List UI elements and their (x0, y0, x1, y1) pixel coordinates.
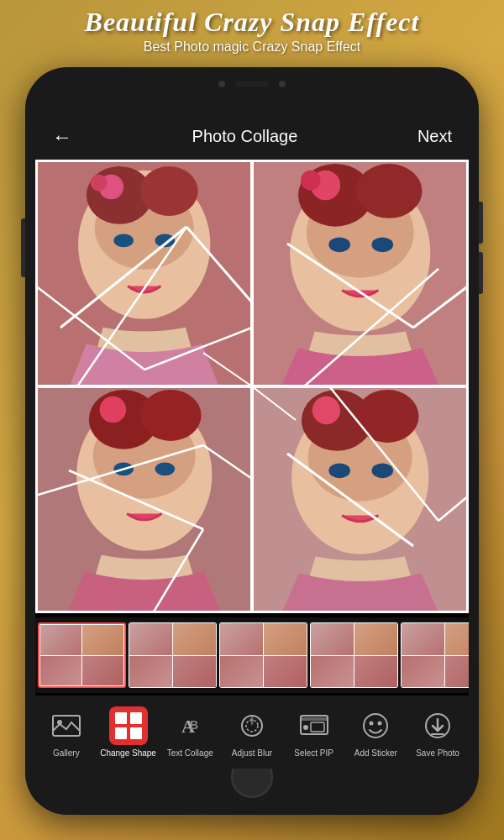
svg-rect-57 (115, 727, 127, 739)
thumbnail-3[interactable] (219, 622, 307, 688)
text-collage-icon-wrap: A B (171, 706, 209, 745)
svg-point-25 (155, 462, 176, 475)
earpiece-speaker (235, 81, 269, 87)
sub-title: Best Photo magic Crazy Snap Effect (0, 39, 504, 55)
svg-point-22 (140, 389, 202, 440)
volume-up-button (479, 202, 483, 244)
pip-icon-wrap (295, 706, 333, 745)
collage-cell-1[interactable] (38, 162, 251, 386)
pip-icon (299, 711, 329, 741)
blur-icon (237, 711, 267, 741)
volume-down-button (479, 252, 483, 294)
front-camera (218, 81, 225, 87)
thumbnail-5[interactable] (401, 622, 469, 688)
bottom-toolbar: Gallery Change Shape A (35, 696, 469, 769)
svg-point-31 (312, 396, 339, 423)
svg-point-54 (57, 720, 62, 725)
phone-screen: ← Photo Collage Next (35, 113, 469, 769)
svg-rect-65 (311, 722, 324, 732)
svg-point-30 (355, 389, 418, 442)
svg-point-23 (100, 396, 126, 422)
svg-point-4 (140, 166, 198, 216)
svg-point-24 (113, 462, 134, 475)
thumbnail-2[interactable] (129, 622, 217, 688)
add-sticker-label: Add Sticker (354, 748, 397, 758)
phone-top-sensors (185, 76, 319, 92)
sticker-icon (360, 711, 391, 741)
gallery-icon (51, 711, 81, 741)
adjust-blur-icon-wrap (233, 706, 271, 745)
text-collage-label: Text Collage (167, 748, 213, 758)
toolbar-save-photo[interactable]: Save Photo (407, 706, 468, 758)
svg-point-16 (328, 237, 350, 252)
svg-point-32 (328, 463, 350, 478)
svg-point-8 (155, 234, 176, 248)
sensor (279, 81, 286, 87)
collage-cell-3[interactable] (38, 388, 251, 612)
svg-point-17 (371, 237, 393, 252)
collage-cell-4[interactable] (254, 388, 467, 612)
toolbar-add-sticker[interactable]: Add Sticker (345, 706, 406, 758)
svg-rect-56 (130, 712, 142, 724)
svg-rect-58 (130, 727, 142, 739)
phone-frame: ← Photo Collage Next (25, 67, 479, 815)
text-collage-icon: A B (175, 711, 205, 741)
toolbar-text-collage[interactable]: A B Text Collage (160, 706, 220, 758)
toolbar-gallery[interactable]: Gallery (36, 706, 97, 758)
svg-point-13 (355, 164, 422, 218)
toolbar-adjust-blur[interactable]: Adjust Blur (222, 706, 282, 758)
gallery-icon-wrap (47, 706, 86, 745)
save-photo-icon-wrap (418, 706, 457, 745)
svg-point-66 (303, 725, 308, 730)
svg-point-6 (91, 175, 108, 192)
collage-area (35, 160, 469, 613)
toolbar-change-shape[interactable]: Change Shape (98, 706, 159, 758)
grid-icon (113, 711, 144, 741)
sticker-icon-wrap (356, 706, 395, 745)
back-button[interactable]: ← (52, 125, 72, 149)
svg-rect-55 (115, 712, 127, 724)
change-shape-icon-wrap (109, 706, 148, 745)
svg-point-67 (364, 714, 387, 738)
svg-point-33 (371, 463, 393, 478)
svg-point-69 (378, 722, 382, 726)
thumbnail-1[interactable] (38, 622, 126, 688)
svg-point-15 (300, 171, 320, 191)
collage-grid (35, 160, 469, 613)
main-title: Beautiful Crazy Snap Effect (0, 7, 504, 38)
save-photo-label: Save Photo (416, 748, 459, 758)
navigation-bar: ← Photo Collage Next (35, 113, 469, 160)
thumbnail-strip[interactable] (35, 617, 469, 693)
top-title-area: Beautiful Crazy Snap Effect Best Photo m… (0, 0, 504, 55)
svg-rect-64 (301, 717, 328, 721)
save-icon (423, 711, 453, 741)
svg-point-7 (113, 234, 134, 248)
svg-text:B: B (190, 718, 198, 732)
next-button[interactable]: Next (417, 127, 452, 146)
gallery-label: Gallery (53, 748, 80, 758)
thumbnail-4[interactable] (310, 622, 398, 688)
screen-title: Photo Collage (192, 127, 298, 146)
adjust-blur-label: Adjust Blur (232, 748, 272, 758)
toolbar-select-pip[interactable]: Select PIP (284, 706, 344, 758)
power-button (21, 218, 25, 277)
change-shape-label: Change Shape (100, 748, 156, 758)
select-pip-label: Select PIP (294, 748, 333, 758)
svg-point-68 (370, 722, 374, 726)
collage-cell-2[interactable] (254, 162, 467, 386)
